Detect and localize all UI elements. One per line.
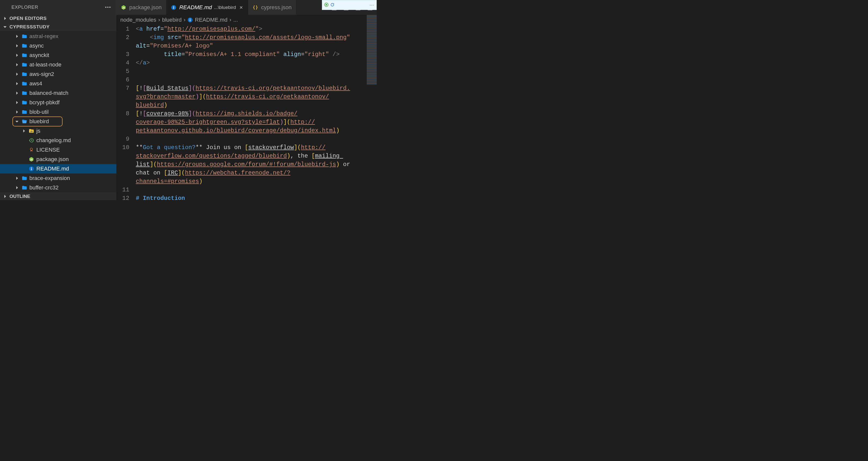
- chevron-right-icon: [14, 62, 20, 67]
- nodejs-icon: JS: [121, 5, 126, 10]
- tree-item-label: package.json: [36, 156, 69, 163]
- chevron-right-icon: [14, 34, 20, 39]
- explorer-title: EXPLORER: [11, 4, 38, 10]
- folder-icon: [21, 175, 28, 181]
- breadcrumb-part[interactable]: node_modules: [120, 17, 156, 23]
- tree-item-label: bluebird: [29, 118, 49, 125]
- tree-item-bluebird[interactable]: bluebird: [0, 117, 116, 126]
- code-content[interactable]: <a href="http://promisesaplus.com/"> <im…: [136, 25, 377, 200]
- close-icon[interactable]: [239, 5, 243, 10]
- tree-item-balanced-match[interactable]: balanced-match: [0, 88, 116, 98]
- file-tree[interactable]: astral-regexasyncasynckitat-least-nodeaw…: [0, 31, 116, 192]
- svg-rect-9: [31, 167, 32, 168]
- minimap[interactable]: [367, 15, 377, 85]
- svg-rect-26: [190, 19, 191, 20]
- breadcrumbs[interactable]: node_modules › bluebird › README.md › ..…: [116, 15, 377, 25]
- tree-item-label: README.md: [36, 166, 69, 172]
- line-numbers: 123456789101112: [116, 25, 136, 200]
- folder-icon: [21, 109, 28, 115]
- cert-icon: [28, 147, 35, 153]
- breadcrumb-part[interactable]: bluebird: [162, 17, 182, 23]
- code-editor[interactable]: 123456789101112 <a href="http://promises…: [116, 25, 377, 200]
- tree-item-async[interactable]: async: [0, 41, 116, 51]
- tree-item-aws-sign2[interactable]: aws-sign2: [0, 69, 116, 79]
- tree-item-blob-util[interactable]: blob-util: [0, 107, 116, 117]
- more-dots-icon[interactable]: ⋯: [370, 2, 374, 8]
- tree-item-license[interactable]: LICENSE: [0, 145, 116, 155]
- chevron-right-icon: [2, 194, 7, 199]
- info-icon: [187, 17, 193, 23]
- breadcrumb-trail[interactable]: ...: [233, 17, 238, 23]
- chevron-right-icon: [22, 128, 26, 133]
- tree-item-asynckit[interactable]: asynckit: [0, 51, 116, 60]
- tree-item-label: asynckit: [29, 52, 49, 59]
- chevron-right-icon: [14, 185, 20, 190]
- svg-rect-14: [173, 6, 174, 7]
- tab-cypress-json[interactable]: cypress.json: [248, 0, 296, 15]
- chevron-down-icon: [2, 24, 7, 29]
- tree-item-buffer-crc32[interactable]: buffer-crc32: [0, 183, 116, 192]
- tab-label: package.json: [129, 4, 162, 11]
- svg-point-2: [110, 6, 111, 8]
- outline-section[interactable]: OUTLINE: [0, 192, 116, 200]
- history-icon: [28, 138, 35, 143]
- tree-item-label: js: [36, 128, 40, 134]
- svg-point-5: [30, 148, 32, 150]
- folder-icon: [21, 62, 28, 67]
- tree-item-label: buffer-crc32: [29, 185, 59, 191]
- svg-rect-8: [31, 168, 32, 170]
- tree-item-label: at-least-node: [29, 62, 61, 68]
- workspace-section[interactable]: CYPRESSSTUDY: [0, 23, 116, 31]
- explorer-header: EXPLORER: [0, 0, 116, 14]
- tree-item-label: LICENSE: [36, 146, 60, 153]
- folder-open-icon: [21, 119, 28, 124]
- tree-item-aws4[interactable]: aws4: [0, 79, 116, 88]
- chevron-right-icon: [14, 100, 20, 105]
- tree-item-label: balanced-match: [29, 90, 68, 96]
- tree-item-astral-regex[interactable]: astral-regex: [0, 32, 116, 41]
- chevron-right-icon: [14, 43, 20, 48]
- tree-item-label: async: [29, 42, 43, 49]
- folder-icon: [21, 185, 28, 190]
- chevron-right-icon: [14, 81, 20, 86]
- tree-item-js[interactable]: JSjs: [0, 126, 116, 136]
- tree-item-package-json[interactable]: JSpackage.json: [0, 155, 116, 164]
- tab-label: cypress.json: [261, 4, 291, 11]
- chevron-right-icon: ›: [184, 17, 185, 23]
- open-editors-section[interactable]: OPEN EDITORS: [0, 14, 116, 23]
- tree-item-readme-md[interactable]: README.md: [0, 164, 116, 173]
- chevron-right-icon: ›: [229, 17, 231, 23]
- nodejs-icon: JS: [28, 157, 35, 162]
- svg-text:JS: JS: [30, 159, 33, 161]
- svg-text:JS: JS: [122, 7, 125, 9]
- play-icon[interactable]: [324, 2, 329, 8]
- tree-item-label: bcrypt-pbkdf: [29, 99, 60, 106]
- debug-controls[interactable]: ⋯: [322, 0, 377, 10]
- explorer-more-icon[interactable]: [104, 4, 112, 11]
- tree-item-label: astral-regex: [29, 33, 58, 40]
- svg-point-0: [105, 6, 106, 8]
- tree-item-at-least-node[interactable]: at-least-node: [0, 60, 116, 69]
- tab-readme-md[interactable]: README.md...\bluebird: [166, 0, 248, 15]
- tab-subpath: ...\bluebird: [214, 5, 236, 10]
- chevron-right-icon: [14, 109, 20, 114]
- tree-item-changelog-md[interactable]: changelog.md: [0, 136, 116, 145]
- breadcrumb-file[interactable]: README.md: [195, 17, 227, 23]
- info-icon: [171, 5, 176, 10]
- chevron-right-icon: [14, 91, 20, 96]
- reload-icon[interactable]: [330, 2, 335, 8]
- svg-rect-13: [173, 7, 174, 9]
- folder-icon: [21, 90, 28, 96]
- chevron-right-icon: [14, 176, 20, 181]
- tree-item-label: changelog.md: [36, 137, 71, 144]
- chevron-right-icon: [14, 53, 20, 58]
- folder-icon: [21, 81, 28, 87]
- tree-item-label: aws-sign2: [29, 71, 54, 77]
- chevron-right-icon: [2, 16, 7, 21]
- tree-item-brace-expansion[interactable]: brace-expansion: [0, 173, 116, 183]
- info-icon: [28, 166, 35, 171]
- tree-item-bcrypt-pbkdf[interactable]: bcrypt-pbkdf: [0, 98, 116, 107]
- tab-package-json[interactable]: JSpackage.json: [116, 0, 166, 15]
- tree-item-label: blob-util: [29, 109, 49, 115]
- svg-text:JS: JS: [30, 130, 33, 133]
